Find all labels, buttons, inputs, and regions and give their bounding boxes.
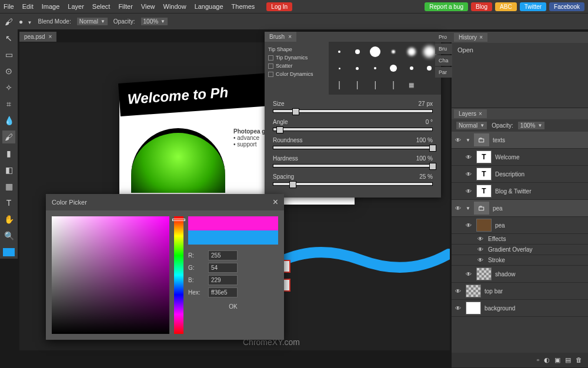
- abc-button[interactable]: ABC: [495, 2, 517, 11]
- fx-icon[interactable]: ▫: [537, 356, 539, 364]
- brush-opt-scatter[interactable]: Scatter: [268, 62, 325, 70]
- menu-filter[interactable]: Filter: [118, 3, 132, 10]
- slider-track[interactable]: [273, 182, 433, 186]
- slider-thumb[interactable]: [276, 126, 283, 133]
- close-icon[interactable]: ×: [288, 34, 292, 40]
- hue-slider[interactable]: [174, 216, 183, 334]
- layer-row[interactable]: 👁 top bar: [452, 283, 588, 300]
- layer-row[interactable]: 👁 Gradient Overlay: [452, 245, 588, 255]
- slider-thumb[interactable]: [429, 145, 436, 152]
- fx-eye-icon[interactable]: 👁: [477, 236, 485, 242]
- layer-row[interactable]: 👁T Description: [452, 166, 588, 183]
- eyedropper-tool[interactable]: 💧: [2, 114, 15, 127]
- r-input[interactable]: [208, 250, 238, 260]
- slider-track[interactable]: [273, 164, 433, 168]
- mini-tab-pro[interactable]: Pro: [435, 32, 452, 42]
- layers-tab[interactable]: Layers×: [454, 109, 487, 118]
- facebook-button[interactable]: Facebook: [549, 2, 584, 11]
- brush-preset-dropdown[interactable]: ● ▼: [19, 18, 32, 26]
- blend-mode-select[interactable]: Normal▼: [77, 18, 108, 25]
- b-input[interactable]: [208, 275, 238, 285]
- menu-select[interactable]: Select: [92, 3, 111, 10]
- login-button[interactable]: Log In: [266, 2, 292, 11]
- ok-button[interactable]: OK: [188, 302, 278, 311]
- brush-opt-color-dynamics[interactable]: Color Dynamics: [268, 70, 325, 78]
- layer-row[interactable]: 👁 shadow: [452, 266, 588, 283]
- foreground-color[interactable]: [3, 248, 15, 256]
- close-tab-icon[interactable]: ×: [49, 34, 52, 40]
- mini-tab-par[interactable]: Par: [435, 67, 452, 78]
- visibility-icon[interactable]: 👁: [466, 222, 473, 229]
- close-icon[interactable]: ×: [479, 34, 483, 41]
- brush-icon[interactable]: 🖌: [5, 17, 13, 26]
- menu-language[interactable]: Language: [195, 3, 223, 10]
- visibility-icon[interactable]: 👁: [466, 171, 473, 178]
- close-icon[interactable]: ×: [479, 111, 482, 117]
- brush-opt-tip-shape[interactable]: Tip Shape: [268, 45, 325, 53]
- slider-thumb[interactable]: [292, 108, 299, 115]
- slider-track[interactable]: [273, 109, 433, 113]
- layer-row[interactable]: 👁 background: [452, 300, 588, 317]
- visibility-icon[interactable]: 👁: [455, 288, 462, 295]
- mini-tab-cha[interactable]: Cha: [435, 55, 452, 66]
- slider-track[interactable]: [273, 146, 433, 149]
- visibility-icon[interactable]: 👁: [466, 271, 473, 277]
- mini-tab-bru[interactable]: Bru: [435, 44, 452, 54]
- menu-image[interactable]: Image: [42, 3, 60, 10]
- hand-tool[interactable]: ✋: [2, 213, 15, 226]
- history-item[interactable]: Open: [457, 46, 582, 53]
- visibility-icon[interactable]: 👁: [455, 137, 462, 143]
- crop-tool[interactable]: ⌗: [2, 98, 15, 111]
- menu-edit[interactable]: Edit: [22, 3, 34, 10]
- eraser-tool[interactable]: ◧: [2, 163, 15, 176]
- layer-opacity-select[interactable]: 100%▼: [518, 122, 545, 129]
- opacity-select[interactable]: 100%▼: [141, 18, 168, 25]
- layer-row[interactable]: 👁T Welcome: [452, 149, 588, 166]
- zoom-tool[interactable]: 🔍: [2, 229, 15, 242]
- move-tool[interactable]: ↖: [2, 32, 15, 45]
- marquee-tool[interactable]: ▭: [2, 48, 15, 61]
- slider-thumb[interactable]: [289, 181, 296, 188]
- slider-spacing[interactable]: Spacing25 %: [273, 173, 433, 186]
- layer-row[interactable]: 👁 Effects: [452, 234, 588, 245]
- brush-panel-tab[interactable]: Brush×: [265, 32, 296, 42]
- history-list[interactable]: Open: [452, 43, 588, 108]
- saturation-value-area[interactable]: [52, 216, 169, 334]
- visibility-icon[interactable]: 👁: [466, 188, 473, 195]
- new-layer-icon[interactable]: ▤: [565, 356, 571, 364]
- close-icon[interactable]: ×: [273, 197, 278, 208]
- chevron-down-icon[interactable]: ▼: [466, 206, 470, 211]
- stamp-tool[interactable]: ▮: [2, 147, 15, 160]
- lasso-tool[interactable]: ⊙: [2, 65, 15, 78]
- layer-blend-select[interactable]: Normal▼: [456, 122, 487, 129]
- hue-indicator[interactable]: [172, 219, 185, 221]
- menu-file[interactable]: File: [4, 3, 14, 10]
- gradient-tool[interactable]: ▦: [2, 180, 15, 193]
- fx-eye-icon[interactable]: 👁: [477, 246, 485, 253]
- slider-angle[interactable]: Angle0 °: [273, 119, 433, 131]
- visibility-icon[interactable]: 👁: [466, 154, 473, 160]
- brush-tool[interactable]: 🖌: [2, 131, 15, 143]
- layer-row[interactable]: 👁 Stroke: [452, 255, 588, 266]
- visibility-icon[interactable]: 👁: [455, 305, 462, 312]
- visibility-icon[interactable]: 👁: [455, 205, 462, 212]
- blog-button[interactable]: Blog: [471, 2, 492, 11]
- hex-input[interactable]: [208, 287, 238, 297]
- menu-window[interactable]: Window: [163, 3, 186, 10]
- menu-themes[interactable]: Themes: [232, 3, 255, 10]
- slider-thumb[interactable]: [429, 163, 436, 170]
- fx-eye-icon[interactable]: 👁: [477, 257, 485, 263]
- wand-tool[interactable]: ✧: [2, 81, 15, 94]
- menu-layer[interactable]: Layer: [68, 3, 84, 10]
- report-bug-button[interactable]: Report a bug: [425, 2, 468, 11]
- g-input[interactable]: [208, 263, 238, 273]
- type-tool[interactable]: T: [2, 196, 15, 209]
- brush-presets-grid[interactable]: | | | | ▦: [329, 42, 441, 95]
- layer-row[interactable]: 👁T Blog & Twitter: [452, 183, 588, 200]
- twitter-button[interactable]: Twitter: [520, 2, 546, 11]
- file-tab[interactable]: pea.psd ×: [19, 32, 56, 42]
- menu-view[interactable]: View: [141, 3, 155, 10]
- layer-row[interactable]: 👁 pea: [452, 217, 588, 234]
- layers-list[interactable]: 👁▼🗀 texts 👁T Welcome 👁T Description 👁T B…: [452, 132, 588, 353]
- slider-track[interactable]: [273, 128, 433, 131]
